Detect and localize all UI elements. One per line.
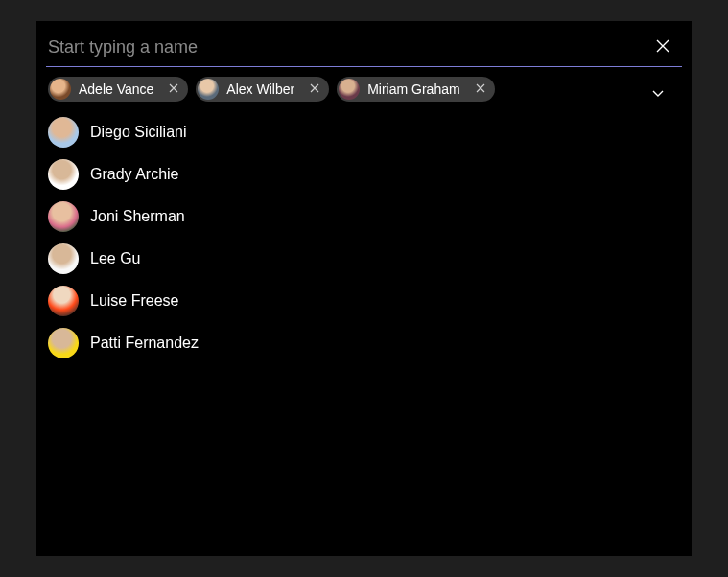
suggestion-item[interactable]: Patti Fernandez xyxy=(48,322,680,364)
person-chip[interactable]: Adele Vance xyxy=(48,77,188,102)
avatar xyxy=(48,328,79,358)
suggestion-item[interactable]: Joni Sherman xyxy=(48,196,680,238)
avatar xyxy=(48,117,79,148)
selected-chips-row: Adele Vance Alex Wilber Miriam Graham xyxy=(36,67,692,107)
people-picker-dialog: Adele Vance Alex Wilber Miriam Graham xyxy=(36,21,692,556)
suggestion-item[interactable]: Diego Siciliani xyxy=(48,111,680,153)
suggestion-name: Patti Fernandez xyxy=(90,335,199,352)
avatar xyxy=(48,201,79,232)
x-icon xyxy=(310,82,319,96)
search-input[interactable] xyxy=(48,34,649,61)
suggestion-item[interactable]: Luise Freese xyxy=(48,280,680,322)
suggestion-name: Lee Gu xyxy=(90,250,140,267)
person-chip[interactable]: Miriam Graham xyxy=(337,77,494,102)
avatar xyxy=(339,79,360,100)
suggestion-item[interactable]: Grady Archie xyxy=(48,153,680,196)
close-icon xyxy=(655,38,670,57)
avatar xyxy=(50,79,71,100)
remove-chip-button[interactable] xyxy=(165,81,182,98)
expand-button[interactable] xyxy=(647,82,669,106)
remove-chip-button[interactable] xyxy=(306,81,323,98)
suggestion-item[interactable]: Lee Gu xyxy=(48,238,680,280)
chip-label: Adele Vance xyxy=(79,81,157,97)
remove-chip-button[interactable] xyxy=(472,81,489,98)
avatar xyxy=(48,243,79,274)
avatar xyxy=(48,286,79,316)
x-icon xyxy=(476,82,485,96)
suggestions-list: Diego Siciliani Grady Archie Joni Sherma… xyxy=(36,107,692,368)
suggestion-name: Grady Archie xyxy=(90,166,178,183)
search-row xyxy=(36,21,692,66)
suggestion-name: Luise Freese xyxy=(90,292,179,310)
chip-label: Miriam Graham xyxy=(367,81,463,97)
avatar xyxy=(198,79,219,100)
x-icon xyxy=(169,82,178,96)
person-chip[interactable]: Alex Wilber xyxy=(196,77,329,102)
suggestion-name: Joni Sherman xyxy=(90,208,185,225)
chip-label: Alex Wilber xyxy=(226,81,298,97)
chevron-down-icon xyxy=(651,88,665,103)
close-button[interactable] xyxy=(649,33,676,62)
suggestion-name: Diego Siciliani xyxy=(90,124,187,141)
avatar xyxy=(48,159,79,190)
